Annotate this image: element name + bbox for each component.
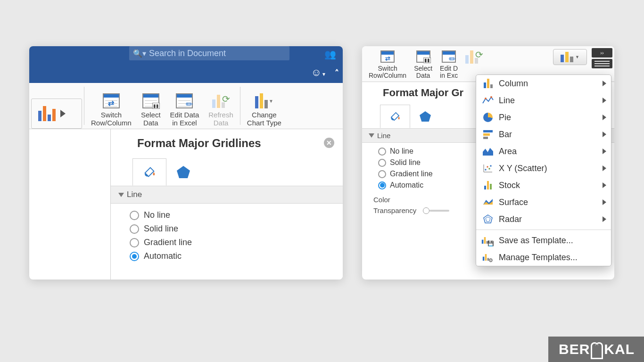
pane-category-tabs (132, 158, 334, 186)
fill-line-tab[interactable] (132, 158, 166, 186)
overflow-more-icon[interactable]: ›› (592, 48, 612, 58)
dropdown-caret-icon: ▼ (269, 99, 273, 104)
change-chart-type-split-button[interactable]: ▼ (553, 49, 587, 65)
edit-data-excel-button[interactable]: ✎ Edit Data in Excel (165, 88, 204, 129)
ribbon-overflow[interactable]: ›› (592, 48, 612, 68)
switch-rc-icon: ⇄ (380, 50, 395, 63)
ribbon-toolbar: ⇄ Switch Row/Column ▮▮ Select Data ✎ Edi… (29, 83, 343, 129)
refresh-data-button: ⟳ Refresh Data (204, 88, 238, 129)
chart-type-stock[interactable]: Stock (476, 177, 611, 194)
chart-type-line[interactable]: Line (476, 92, 611, 109)
word-window-right: ⇄ Switch Row/Column ▮▮ Select Data ✎ Edi… (362, 46, 614, 280)
svg-point-1 (490, 96, 492, 98)
manage-templates-icon: ⚙ (482, 252, 494, 263)
collapse-triangle-icon (369, 133, 374, 138)
change-chart-icon (255, 93, 268, 108)
share-icon[interactable]: 👥 (324, 49, 336, 60)
chart-type-bar[interactable]: Bar (476, 126, 611, 143)
edit-data-icon: ✎ (442, 50, 456, 63)
refresh-arrows-icon: ⟳ (475, 50, 483, 60)
select-data-icon: ▮▮ (142, 93, 159, 108)
submenu-arrow-icon (603, 81, 606, 86)
edit-data-button-r[interactable]: ✎ Edit D in Exc (436, 46, 462, 80)
line-chart-icon (482, 95, 494, 106)
dropdown-caret-icon: ▼ (575, 55, 579, 59)
watermark-logo: BERKAL (548, 337, 644, 362)
area-chart-icon (482, 146, 494, 156)
fill-line-tab-r[interactable] (380, 105, 410, 128)
radio-solid-line[interactable]: Solid line (130, 222, 334, 236)
select-data-button-r[interactable]: ▮▮ Select Data (410, 46, 436, 80)
svg-point-0 (485, 98, 487, 99)
scatter-chart-icon (482, 163, 494, 173)
switch-row-column-button[interactable]: ⇄ Switch Row/Column (86, 88, 136, 129)
switch-rc-icon: ⇄ (103, 93, 120, 108)
pentagon-icon (177, 166, 190, 178)
change-chart-icon (561, 52, 573, 62)
select-data-button[interactable]: ▮▮ Select Data (136, 88, 165, 129)
feedback-dropdown-icon[interactable]: ▼ (322, 72, 326, 77)
close-pane-button[interactable]: ✕ (324, 138, 334, 148)
chart-type-dropdown: Column Line Pie Bar Area X Y (Scatter) S… (476, 74, 611, 266)
pentagon-icon (420, 111, 431, 122)
stock-chart-icon (482, 180, 494, 190)
overflow-menu-icon[interactable] (592, 59, 612, 68)
chart-layout-thumb-icon (38, 106, 56, 121)
chart-type-pie[interactable]: Pie (476, 109, 611, 126)
word-window-left: 🔍▾ Search in Document 👥 ☺ ▼ ˄ ⇄ Switch R… (29, 46, 343, 280)
select-data-icon: ▮▮ (416, 50, 430, 63)
collapse-triangle-icon (118, 193, 124, 197)
search-placeholder: Search in Document (149, 49, 226, 58)
search-icon: 🔍▾ (133, 49, 146, 58)
mini-chart-icon: ▮▮ (152, 103, 160, 109)
surface-chart-icon (482, 197, 494, 207)
chart-type-area[interactable]: Area (476, 143, 611, 160)
gallery-more-icon[interactable] (60, 110, 66, 117)
pane-title: Format Major Gridlines (137, 137, 334, 150)
svg-point-4 (485, 169, 486, 170)
switch-row-column-button-r[interactable]: ⇄ Switch Row/Column (365, 46, 410, 80)
chart-type-column[interactable]: Column (476, 75, 611, 92)
paint-bucket-icon (142, 165, 157, 179)
save-as-template[interactable]: 💾Save as Template... (476, 232, 611, 249)
feedback-icon[interactable]: ☺ (311, 66, 322, 79)
bar-chart-icon (482, 129, 494, 140)
chart-type-radar[interactable]: Radar (476, 211, 611, 228)
effects-tab-r[interactable] (410, 105, 440, 128)
change-chart-type-button[interactable]: ▼ Change Chart Type (242, 88, 286, 129)
edit-data-icon: ✎ (176, 93, 193, 108)
leaf-icon (591, 342, 603, 356)
radar-chart-icon (482, 214, 494, 224)
svg-point-7 (490, 165, 491, 166)
radio-automatic[interactable]: Automatic (130, 249, 334, 263)
effects-tab[interactable] (166, 158, 200, 186)
column-chart-icon (484, 79, 493, 88)
svg-point-6 (488, 168, 490, 169)
format-pane: Format Major Gridlines ✕ Line No line So… (110, 129, 343, 280)
search-input[interactable]: 🔍▾ Search in Document (129, 46, 289, 60)
chart-type-surface[interactable]: Surface (476, 194, 611, 211)
title-bar: 🔍▾ Search in Document 👥 ☺ ▼ ˄ (29, 46, 343, 83)
paint-bucket-icon (389, 110, 401, 123)
save-template-icon: 💾 (482, 235, 494, 246)
radio-gradient-line[interactable]: Gradient line (130, 236, 334, 249)
collapse-ribbon-icon[interactable]: ˄ (335, 68, 339, 78)
chart-type-scatter[interactable]: X Y (Scatter) (476, 160, 611, 177)
svg-marker-9 (486, 217, 490, 222)
pencil-icon: ✎ (184, 99, 196, 111)
radio-no-line[interactable]: No line (130, 208, 334, 222)
manage-templates[interactable]: ⚙Manage Templates... (476, 249, 611, 266)
line-type-radios: No line Solid line Gradient line Automat… (119, 204, 334, 263)
refresh-data-button-r: ⟳ (462, 46, 487, 66)
svg-point-5 (487, 166, 488, 167)
line-section-header[interactable]: Line (111, 186, 343, 204)
pie-chart-icon (482, 112, 494, 123)
chart-layout-gallery[interactable] (31, 99, 82, 129)
transparency-slider[interactable] (423, 207, 449, 214)
refresh-arrows-icon: ⟳ (222, 94, 230, 104)
